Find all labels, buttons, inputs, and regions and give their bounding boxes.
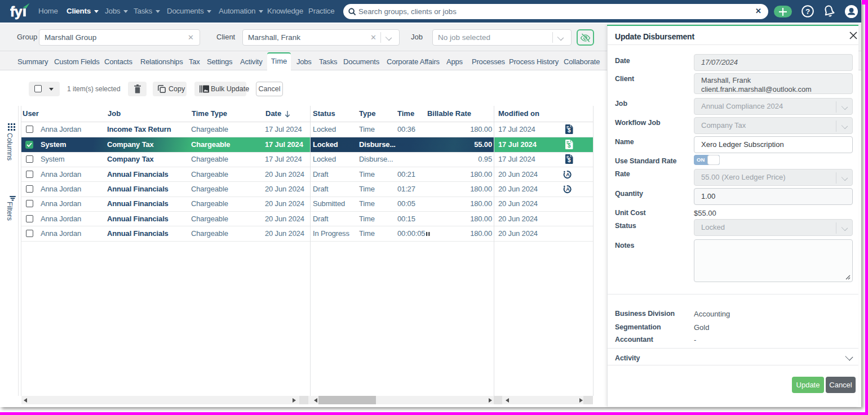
svg-text:fy: fy [10, 4, 23, 19]
svg-text:A: A [566, 172, 570, 177]
svg-text:?: ? [805, 7, 810, 16]
svg-text:$: $ [568, 127, 571, 133]
svg-text:A: A [566, 186, 570, 192]
svg-text:$: $ [568, 142, 571, 149]
svg-text:$: $ [568, 157, 571, 163]
